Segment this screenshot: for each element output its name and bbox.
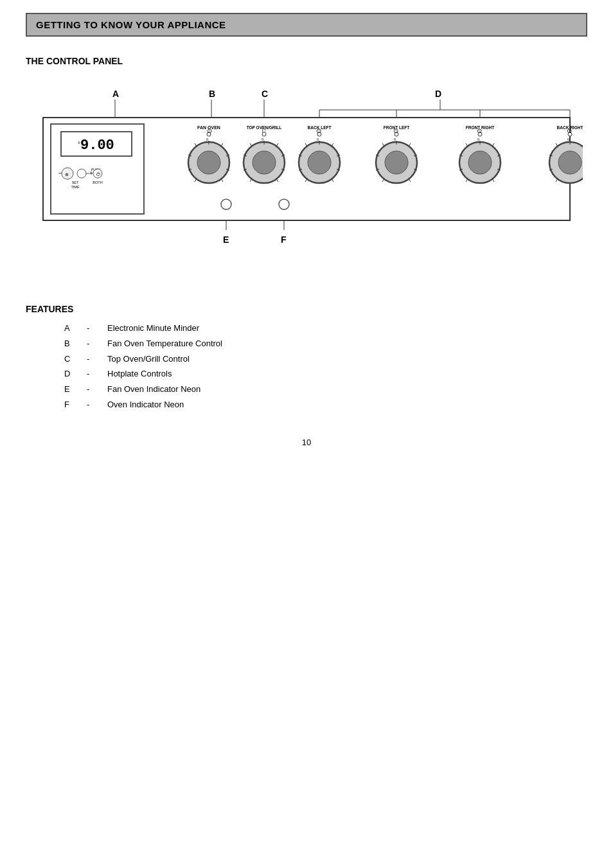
feat-dash-d: - xyxy=(87,368,94,381)
neon-e-circle xyxy=(221,199,231,209)
svg-text:0: 0 xyxy=(317,137,319,141)
svg-point-24 xyxy=(197,151,220,174)
svg-line-99 xyxy=(582,179,583,182)
feat-letter-f: F xyxy=(64,398,74,412)
list-item: D - Hotplate Controls xyxy=(64,368,587,381)
features-title: FEATURES xyxy=(26,304,587,314)
feat-letter-a: A xyxy=(64,322,74,335)
svg-text:⊕: ⊕ xyxy=(65,172,69,177)
svg-text:0: 0 xyxy=(567,137,569,141)
neon-f-circle xyxy=(279,199,289,209)
label-e: E xyxy=(223,235,229,245)
feat-letter-d: D xyxy=(64,368,74,381)
svg-text:⊙: ⊙ xyxy=(567,127,572,134)
svg-text:⊙: ⊙ xyxy=(316,127,321,134)
svg-text:0: 0 xyxy=(477,137,479,141)
label-d: D xyxy=(435,89,441,99)
both-label: BOTH xyxy=(93,181,102,184)
page-header: GETTING TO KNOW YOUR APPLIANCE xyxy=(26,13,587,37)
section-title-control-panel: THE CONTROL PANEL xyxy=(26,56,587,66)
feat-desc-f: Oven Indicator Neon xyxy=(107,398,184,412)
list-item: A - Electronic Minute Minder xyxy=(64,322,587,335)
feat-dash-b: - xyxy=(87,337,94,351)
features-section: FEATURES A - Electronic Minute Minder B … xyxy=(26,304,587,412)
svg-text:⊙: ⊙ xyxy=(477,127,482,134)
svg-point-15 xyxy=(77,169,86,178)
feat-dash-e: - xyxy=(87,383,94,396)
timer-display: 9.00 xyxy=(80,137,114,154)
label-c: C xyxy=(262,89,268,99)
feat-desc-a: Electronic Minute Minder xyxy=(107,322,199,335)
svg-line-96 xyxy=(582,143,583,146)
svg-point-52 xyxy=(308,151,331,174)
svg-point-94 xyxy=(558,151,582,174)
svg-text:0: 0 xyxy=(262,137,263,141)
feat-desc-c: Top Oven/Grill Control xyxy=(107,353,190,366)
svg-text:0: 0 xyxy=(394,137,396,141)
list-item: F - Oven Indicator Neon xyxy=(64,398,587,412)
control-panel-diagram: A B C D 9.00 xyxy=(30,79,583,285)
list-item: C - Top Oven/Grill Control xyxy=(64,353,587,366)
feat-desc-d: Hotplate Controls xyxy=(107,368,172,381)
svg-point-80 xyxy=(468,151,492,174)
feat-desc-b: Fan Oven Temperature Control xyxy=(107,337,222,351)
list-item: B - Fan Oven Temperature Control xyxy=(64,337,587,351)
page-number: 10 xyxy=(26,438,587,447)
svg-text:⚐: ⚐ xyxy=(261,127,267,134)
label-b: B xyxy=(209,89,215,99)
set-time-label: SET xyxy=(72,181,79,184)
feat-desc-e: Fan Oven Indicator Neon xyxy=(107,383,200,396)
svg-text:⏱: ⏱ xyxy=(96,172,101,177)
label-a: A xyxy=(112,89,119,99)
label-f: F xyxy=(281,235,287,245)
svg-text:⊙: ⊙ xyxy=(207,127,212,134)
feat-letter-b: B xyxy=(64,337,74,351)
feat-dash-c: - xyxy=(87,353,94,366)
svg-point-66 xyxy=(385,151,408,174)
svg-text:0: 0 xyxy=(206,137,208,141)
svg-text:⊙: ⊙ xyxy=(393,127,398,134)
time-label: TIME xyxy=(71,185,79,189)
list-item: E - Fan Oven Indicator Neon xyxy=(64,383,587,396)
svg-point-38 xyxy=(253,151,276,174)
feat-letter-e: E xyxy=(64,383,74,396)
feat-dash-f: - xyxy=(87,398,94,412)
feat-dash-a: - xyxy=(87,322,94,335)
svg-text:°: ° xyxy=(78,141,80,148)
features-list: A - Electronic Minute Minder B - Fan Ove… xyxy=(26,322,587,412)
feat-letter-c: C xyxy=(64,353,74,366)
